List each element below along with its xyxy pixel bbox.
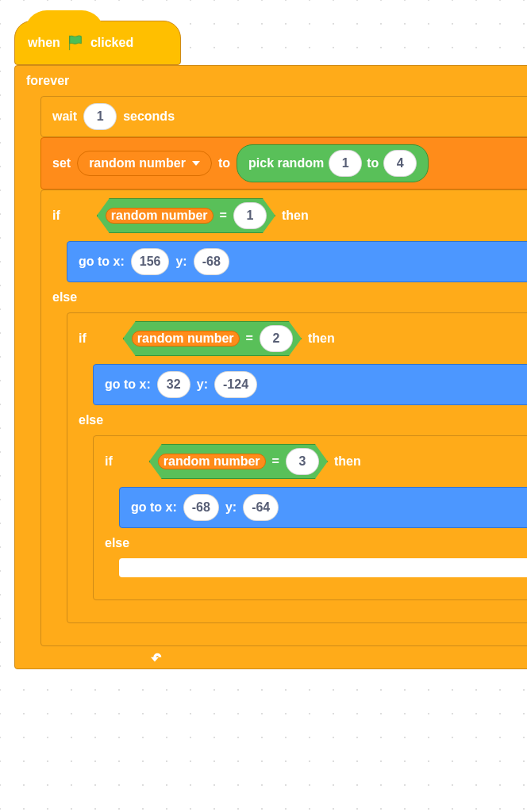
then-label: then bbox=[308, 331, 335, 346]
if-else-block-1[interactable]: if random number = 1 then go to x: 156 y… bbox=[40, 190, 527, 646]
seconds-label: seconds bbox=[123, 109, 175, 124]
y-input-2[interactable]: -124 bbox=[214, 371, 257, 398]
if-label: if bbox=[79, 331, 87, 346]
when-flag-clicked-block[interactable]: when clicked bbox=[14, 21, 181, 65]
goto-y-label: y: bbox=[197, 377, 208, 392]
goto-y-label: y: bbox=[225, 500, 237, 515]
set-label: set bbox=[52, 156, 71, 170]
set-variable-block[interactable]: set random number to pick random 1 to 4 bbox=[40, 137, 527, 190]
script-stack[interactable]: when clicked forever wait 1 seconds set … bbox=[14, 21, 527, 669]
var-reporter[interactable]: random number bbox=[158, 454, 266, 469]
goto-block-1[interactable]: go to x: 156 y: -68 bbox=[67, 241, 527, 282]
to-label: to bbox=[218, 156, 230, 170]
wait-label: wait bbox=[52, 109, 77, 124]
var-reporter[interactable]: random number bbox=[132, 331, 240, 347]
equals-label: = bbox=[272, 454, 279, 469]
compare-value-3[interactable]: 3 bbox=[286, 448, 319, 475]
then-label: then bbox=[334, 454, 361, 469]
if-else-block-2[interactable]: if random number = 2 then go to x: 32 bbox=[67, 312, 527, 623]
pick-random-label: pick random bbox=[248, 156, 324, 170]
when-label: when bbox=[28, 36, 60, 50]
goto-x-label: go to x: bbox=[131, 500, 177, 515]
goto-block-2[interactable]: go to x: 32 y: -124 bbox=[93, 364, 527, 405]
if-label: if bbox=[105, 454, 113, 469]
if-label: if bbox=[52, 209, 60, 223]
pick-random-reporter[interactable]: pick random 1 to 4 bbox=[237, 144, 429, 182]
y-input-1[interactable]: -68 bbox=[194, 248, 229, 275]
pick-min-input[interactable]: 1 bbox=[329, 150, 362, 177]
else-label: else bbox=[52, 290, 77, 304]
compare-value-1[interactable]: 1 bbox=[233, 202, 267, 229]
clicked-label: clicked bbox=[90, 36, 133, 50]
variable-name: random number bbox=[89, 156, 186, 170]
x-input-2[interactable]: 32 bbox=[157, 371, 190, 398]
pick-max-input[interactable]: 4 bbox=[383, 150, 417, 177]
equals-label: = bbox=[246, 331, 253, 346]
else-label: else bbox=[79, 413, 103, 427]
var-reporter[interactable]: random number bbox=[106, 208, 213, 224]
pick-to-label: to bbox=[367, 156, 379, 170]
equals-condition-3[interactable]: random number = 3 bbox=[149, 444, 328, 479]
x-input-3[interactable]: -68 bbox=[183, 494, 219, 521]
loop-arrow-icon bbox=[147, 651, 163, 664]
forever-label: forever bbox=[26, 74, 69, 88]
variable-dropdown[interactable]: random number bbox=[77, 151, 212, 176]
compare-value-2[interactable]: 2 bbox=[260, 325, 293, 352]
if-else-block-3[interactable]: if random number = 3 then bbox=[93, 435, 527, 600]
goto-x-label: go to x: bbox=[105, 377, 151, 392]
dropdown-caret-icon bbox=[192, 161, 200, 166]
equals-condition-2[interactable]: random number = 2 bbox=[123, 321, 302, 356]
wait-block[interactable]: wait 1 seconds bbox=[40, 96, 527, 137]
wait-seconds-input[interactable]: 1 bbox=[83, 103, 117, 130]
workspace[interactable]: when clicked forever wait 1 seconds set … bbox=[0, 0, 527, 812]
green-flag-icon bbox=[67, 34, 84, 52]
goto-block-3[interactable]: go to x: -68 y: -64 bbox=[119, 487, 527, 528]
goto-x-label: go to x: bbox=[79, 255, 125, 269]
x-input-1[interactable]: 156 bbox=[131, 248, 170, 275]
y-input-3[interactable]: -64 bbox=[243, 494, 279, 521]
else-label: else bbox=[105, 536, 129, 550]
equals-label: = bbox=[220, 209, 227, 223]
then-label: then bbox=[282, 209, 309, 223]
forever-block[interactable]: forever wait 1 seconds set random number… bbox=[14, 65, 527, 669]
goto-y-label: y: bbox=[175, 255, 187, 269]
equals-condition-1[interactable]: random number = 1 bbox=[97, 198, 275, 233]
